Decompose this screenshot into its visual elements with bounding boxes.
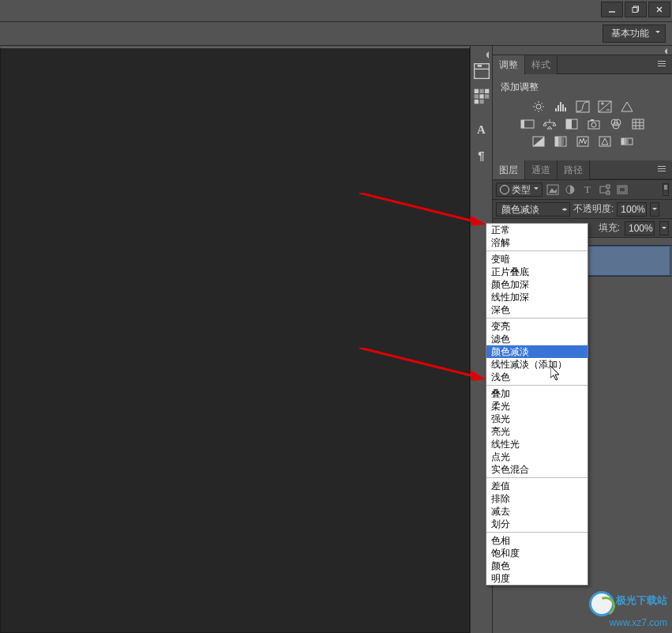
fill-slider-toggle[interactable] [659, 221, 669, 235]
filter-toggle[interactable] [663, 183, 669, 196]
blend-option[interactable]: 明度 [486, 572, 588, 585]
blend-mode-dropdown[interactable]: 正常溶解变暗正片叠底颜色加深线性加深深色变亮滤色颜色减淡线性减淡（添加）浅色叠加… [486, 223, 588, 586]
svg-rect-9 [479, 89, 483, 93]
blend-option[interactable]: 划分 [486, 518, 588, 530]
svg-marker-41 [547, 126, 552, 129]
color-balance-icon[interactable] [542, 118, 557, 130]
posterize-icon[interactable] [554, 135, 568, 148]
blend-option[interactable]: 减去 [486, 505, 588, 518]
watermark-name: 极光下载站 [616, 593, 667, 608]
exposure-icon[interactable] [598, 100, 612, 113]
watermark-url: www.xz7.com [589, 617, 667, 628]
character-panel-icon[interactable]: A [472, 120, 491, 139]
layer-filter-type[interactable]: 类型 [496, 183, 542, 197]
threshold-icon[interactable] [576, 135, 590, 148]
svg-rect-12 [479, 94, 483, 98]
svg-rect-15 [479, 100, 483, 104]
blend-option[interactable]: 变亮 [486, 320, 588, 333]
svg-line-23 [535, 110, 536, 111]
blend-option[interactable]: 强光 [486, 413, 588, 425]
svg-rect-14 [474, 100, 478, 104]
filter-smart-icon[interactable] [615, 183, 629, 196]
photo-filter-icon[interactable] [587, 118, 601, 130]
blend-option[interactable]: 变暗 [486, 253, 588, 266]
filter-type-icon[interactable]: T [580, 183, 595, 196]
blend-option[interactable]: 浅色 [486, 371, 588, 383]
blend-option[interactable]: 深色 [486, 303, 588, 316]
selective-color-icon[interactable] [598, 135, 612, 148]
vibrance-icon[interactable] [620, 100, 634, 113]
black-white-icon[interactable] [565, 118, 579, 130]
blend-option[interactable]: 差值 [486, 480, 588, 492]
blend-option[interactable]: 正片叠底 [486, 266, 588, 278]
svg-rect-50 [633, 119, 644, 129]
blend-option[interactable]: 色相 [486, 534, 588, 547]
opacity-value[interactable]: 100% [617, 202, 647, 217]
svg-rect-64 [621, 138, 624, 145]
swatches-panel-icon[interactable] [472, 87, 491, 106]
blend-mode-selector[interactable]: 颜色减淡 [496, 202, 570, 217]
paragraph-panel-icon[interactable]: ¶ [472, 145, 491, 164]
tab-channels[interactable]: 通道 [525, 160, 557, 179]
invert-icon[interactable] [531, 135, 546, 148]
svg-marker-62 [602, 138, 608, 145]
blend-option[interactable]: 颜色 [486, 560, 588, 572]
panel-menu-icon[interactable] [658, 60, 669, 68]
brightness-contrast-icon[interactable] [531, 100, 546, 113]
dock-expand-icon[interactable] [471, 49, 492, 58]
svg-rect-38 [521, 120, 524, 128]
color-lookup-icon[interactable] [631, 118, 645, 130]
restore-button[interactable] [625, 2, 647, 17]
dropdown-separator [486, 385, 588, 386]
blend-mode-row: 颜色减淡 不透明度: 100% [493, 200, 672, 219]
blend-option[interactable]: 线性减淡（添加） [486, 358, 588, 371]
workspace-selector[interactable]: 基本功能 [603, 24, 666, 43]
filter-pixel-icon[interactable] [546, 183, 560, 196]
opacity-slider-toggle[interactable] [650, 202, 659, 217]
blend-option[interactable]: 颜色减淡 [486, 345, 588, 358]
fill-value[interactable]: 100% [625, 221, 655, 235]
blend-option[interactable]: 溶解 [486, 236, 588, 249]
close-button[interactable] [648, 2, 670, 17]
svg-rect-71 [606, 185, 610, 188]
svg-line-21 [535, 103, 536, 104]
blend-option[interactable]: 线性光 [486, 438, 588, 450]
titlebar [0, 0, 672, 22]
tab-paths[interactable]: 路径 [557, 160, 590, 179]
svg-rect-13 [485, 94, 489, 98]
svg-line-22 [541, 110, 542, 111]
gradient-map-icon[interactable] [620, 135, 634, 148]
tab-styles[interactable]: 样式 [525, 55, 557, 74]
blend-option[interactable]: 叠加 [486, 387, 588, 400]
blend-option[interactable]: 点光 [486, 450, 588, 463]
canvas-area[interactable] [0, 47, 470, 633]
channel-mixer-icon[interactable] [609, 118, 623, 130]
tab-layers[interactable]: 图层 [493, 160, 525, 179]
blend-option[interactable]: 正常 [486, 224, 588, 236]
history-panel-icon[interactable] [472, 62, 491, 81]
svg-rect-27 [560, 102, 561, 111]
blend-option[interactable]: 颜色加深 [486, 278, 588, 291]
panel-expand-icon[interactable] [493, 46, 672, 55]
filter-shape-icon[interactable] [598, 183, 612, 196]
blend-option[interactable]: 亮光 [486, 425, 588, 438]
blend-option[interactable]: 饱和度 [486, 547, 588, 560]
options-bar: 基本功能 [0, 22, 672, 46]
blend-option[interactable]: 柔光 [486, 400, 588, 413]
blend-option[interactable]: 实色混合 [486, 463, 588, 476]
svg-marker-36 [621, 102, 633, 111]
filter-adjustment-icon[interactable] [563, 183, 577, 196]
dropdown-separator [486, 477, 588, 478]
levels-icon[interactable] [554, 100, 568, 113]
tab-adjustments[interactable]: 调整 [493, 55, 525, 74]
adjustments-title: 添加调整 [501, 81, 666, 94]
blend-option[interactable]: 滤色 [486, 333, 588, 345]
hue-saturation-icon[interactable] [520, 118, 535, 130]
blend-option[interactable]: 排除 [486, 492, 588, 505]
minimize-button[interactable] [601, 2, 623, 17]
curves-icon[interactable] [576, 100, 590, 113]
svg-rect-26 [557, 105, 559, 111]
blend-option[interactable]: 线性加深 [486, 291, 588, 303]
layers-panel-menu-icon[interactable] [658, 165, 669, 173]
watermark-logo-icon [589, 591, 614, 616]
